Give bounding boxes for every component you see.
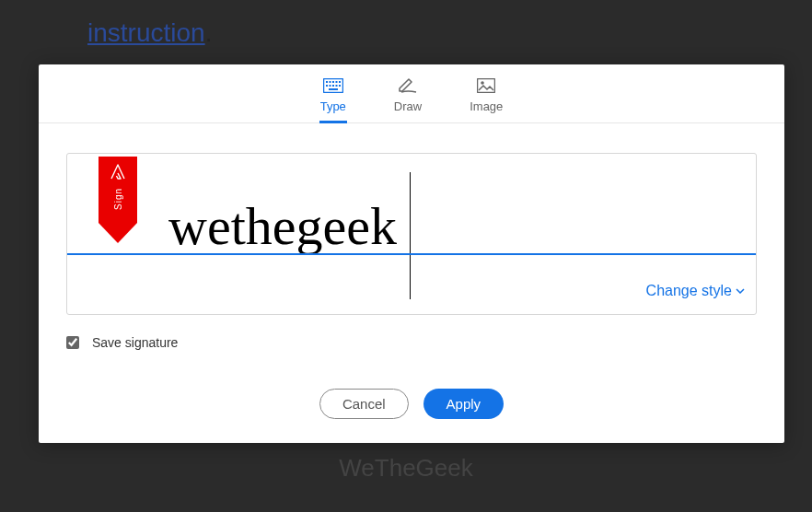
svg-rect-11 — [329, 88, 338, 90]
adobe-sign-ribbon: Sign — [99, 157, 137, 249]
background-link: instruction — [87, 18, 205, 47]
watermark-text: WeTheGeek — [339, 454, 472, 483]
tab-label: Draw — [394, 99, 422, 113]
signature-box: Sign wethegeek Change style — [66, 153, 757, 315]
tab-label: Type — [320, 99, 346, 113]
signature-dialog: Type Draw Image — [39, 64, 784, 443]
adobe-logo-icon — [108, 162, 128, 182]
svg-rect-10 — [339, 85, 341, 87]
dialog-body: Sign wethegeek Change style Save signatu… — [39, 123, 784, 368]
save-signature-row: Save signature — [66, 335, 757, 350]
svg-rect-9 — [335, 85, 337, 87]
background-text: instruction. — [87, 18, 212, 48]
tab-draw[interactable]: Draw — [389, 74, 427, 122]
apply-button[interactable]: Apply — [423, 389, 505, 419]
svg-rect-3 — [332, 81, 334, 83]
tab-type[interactable]: Type — [315, 74, 352, 122]
text-caret — [410, 172, 411, 299]
save-signature-checkbox[interactable] — [66, 336, 79, 349]
keyboard-icon — [323, 77, 343, 94]
svg-rect-1 — [326, 81, 328, 83]
ribbon-label: Sign — [113, 188, 123, 210]
change-style-label: Change style — [646, 283, 732, 299]
svg-point-13 — [481, 81, 484, 85]
svg-rect-8 — [332, 85, 334, 87]
svg-rect-4 — [335, 81, 337, 83]
svg-rect-12 — [478, 79, 495, 93]
signature-baseline — [67, 253, 756, 255]
signature-typed-text: wethegeek — [168, 200, 397, 253]
svg-rect-6 — [326, 85, 328, 87]
cancel-button[interactable]: Cancel — [319, 389, 409, 419]
dialog-actions: Cancel Apply — [39, 368, 784, 443]
signature-tabs: Type Draw Image — [39, 64, 784, 123]
tab-image[interactable]: Image — [464, 74, 508, 122]
chevron-down-icon — [736, 288, 745, 294]
signature-input[interactable]: wethegeek — [168, 170, 739, 253]
save-signature-label: Save signature — [92, 335, 178, 350]
pen-icon — [398, 77, 418, 94]
image-icon — [476, 77, 496, 94]
svg-rect-5 — [339, 81, 341, 83]
tab-label: Image — [470, 99, 503, 113]
svg-rect-2 — [329, 81, 331, 83]
svg-rect-7 — [329, 85, 331, 87]
change-style-link[interactable]: Change style — [646, 283, 745, 299]
